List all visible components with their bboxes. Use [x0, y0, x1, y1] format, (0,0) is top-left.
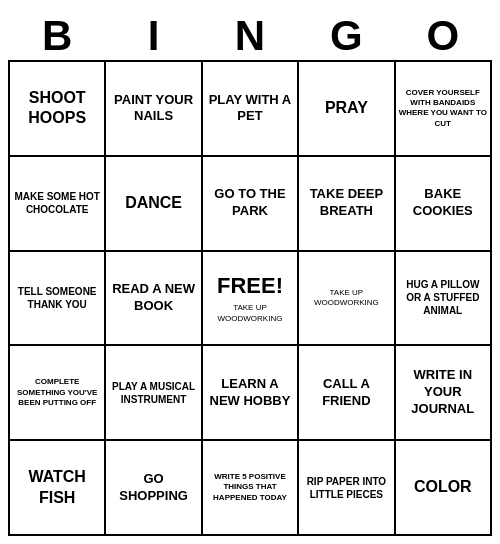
title-letter: N [202, 12, 298, 61]
title-letter: O [395, 12, 491, 61]
bingo-cell: TAKE DEEP BREATH [298, 156, 394, 251]
bingo-cell: COLOR [395, 440, 491, 535]
bingo-cell: PAINT YOUR NAILS [105, 61, 201, 156]
title-letter: B [9, 12, 105, 61]
bingo-cell: MAKE SOME HOT CHOCOLATE [9, 156, 105, 251]
table-row: COMPLETE SOMETHING YOU'VE BEEN PUTTING O… [9, 345, 491, 440]
bingo-cell: PLAY WITH A PET [202, 61, 298, 156]
bingo-cell: BAKE COOKIES [395, 156, 491, 251]
bingo-cell: COVER YOURSELF WITH BANDAIDS WHERE YOU W… [395, 61, 491, 156]
bingo-cell: TAKE UP WOODWORKING [298, 251, 394, 346]
bingo-cell: PRAY [298, 61, 394, 156]
title-letter: I [105, 12, 201, 61]
bingo-cell: HUG A PILLOW OR A STUFFED ANIMAL [395, 251, 491, 346]
bingo-cell: SHOOT HOOPS [9, 61, 105, 156]
bingo-cell: READ A NEW BOOK [105, 251, 201, 346]
bingo-cell: PLAY A MUSICAL INSTRUMENT [105, 345, 201, 440]
table-row: SHOOT HOOPSPAINT YOUR NAILSPLAY WITH A P… [9, 61, 491, 156]
bingo-grid: BINGO SHOOT HOOPSPAINT YOUR NAILSPLAY WI… [8, 12, 492, 536]
table-row: TELL SOMEONE THANK YOUREAD A NEW BOOKFRE… [9, 251, 491, 346]
bingo-cell: TELL SOMEONE THANK YOU [9, 251, 105, 346]
table-row: MAKE SOME HOT CHOCOLATEDANCEGO TO THE PA… [9, 156, 491, 251]
bingo-cell: DANCE [105, 156, 201, 251]
title-letter: G [298, 12, 394, 61]
bingo-cell: WRITE IN YOUR JOURNAL [395, 345, 491, 440]
bingo-cell: FREE!TAKE UP WOODWORKING [202, 251, 298, 346]
bingo-cell: GO SHOPPING [105, 440, 201, 535]
bingo-cell: GO TO THE PARK [202, 156, 298, 251]
bingo-cell: RIP PAPER INTO LITTLE PIECES [298, 440, 394, 535]
bingo-cell: COMPLETE SOMETHING YOU'VE BEEN PUTTING O… [9, 345, 105, 440]
bingo-cell: CALL A FRIEND [298, 345, 394, 440]
table-row: WATCH FISHGO SHOPPINGWRITE 5 POSITIVE TH… [9, 440, 491, 535]
bingo-cell: LEARN A NEW HOBBY [202, 345, 298, 440]
bingo-cell: WATCH FISH [9, 440, 105, 535]
bingo-cell: WRITE 5 POSITIVE THINGS THAT HAPPENED TO… [202, 440, 298, 535]
